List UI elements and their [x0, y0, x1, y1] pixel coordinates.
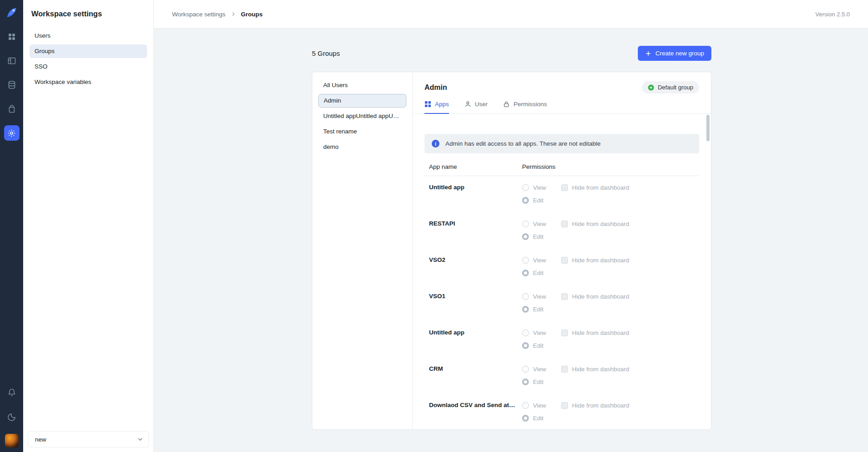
lock-icon	[503, 101, 510, 108]
group-list-item[interactable]: Untitled appUntitled appUntitle…	[318, 109, 406, 123]
badge-label: Default group	[658, 84, 693, 91]
notifications-bell-icon[interactable]	[4, 385, 20, 400]
hide-from-dashboard-checkbox: Hide from dashboard	[561, 365, 629, 373]
sidebar-item-groups[interactable]: Groups	[30, 44, 147, 58]
view-radio: View	[522, 365, 561, 373]
checkbox-control	[561, 366, 568, 373]
groups-card: All UsersAdminUntitled appUntitled appUn…	[312, 72, 711, 430]
group-detail-header: Admin Default group	[413, 72, 711, 93]
edit-radio: Edit	[522, 341, 561, 349]
settings-nav: UsersGroupsSSOWorkspace variables	[30, 29, 147, 89]
edit-radio-control	[522, 270, 529, 276]
checkbox-control	[561, 184, 568, 191]
tab-permissions[interactable]: Permissions	[503, 101, 547, 114]
page-header: 5 Groups Create new group	[312, 46, 711, 61]
tab-user[interactable]: User	[464, 101, 488, 114]
marketplace-icon[interactable]	[4, 101, 20, 117]
control-label: View	[533, 366, 546, 373]
sidebar-item-sso[interactable]: SSO	[30, 60, 147, 74]
view-radio: View	[522, 329, 561, 337]
app-permission-row: RESTAPIViewEditHide from dashboard	[424, 220, 699, 241]
control-label: View	[533, 329, 546, 336]
edit-radio-control	[522, 197, 529, 204]
edit-radio-control	[522, 233, 529, 240]
rail-bottom	[4, 385, 20, 452]
hide-from-dashboard-checkbox: Hide from dashboard	[561, 183, 629, 192]
control-label: Hide from dashboard	[572, 329, 629, 336]
apps-icon[interactable]	[4, 29, 20, 44]
control-label: Edit	[533, 415, 543, 422]
view-radio-control	[522, 257, 529, 264]
control-label: Edit	[533, 270, 543, 276]
group-list-item[interactable]: Admin	[318, 94, 406, 108]
control-label: View	[533, 293, 546, 300]
view-radio-control	[522, 366, 529, 373]
tab-apps[interactable]: Apps	[424, 101, 449, 114]
scrollbar-thumb[interactable]	[706, 115, 710, 141]
edit-radio-control	[522, 378, 529, 385]
app-permission-row: Downlaod CSV and Send attac…ViewEditHide…	[424, 401, 699, 422]
app-name: VSO2	[429, 256, 522, 277]
app-rows: Untitled appViewEditHide from dashboardR…	[424, 176, 699, 422]
tab-label: Permissions	[513, 101, 547, 108]
sidebar-title: Workspace settings	[23, 0, 153, 18]
group-list-item[interactable]: All Users	[318, 79, 406, 92]
view-radio: View	[522, 401, 561, 409]
control-label: Edit	[533, 233, 543, 240]
create-new-group-button[interactable]: Create new group	[638, 46, 711, 61]
edit-radio: Edit	[522, 305, 561, 313]
breadcrumb-root[interactable]: Workspace settings	[172, 11, 226, 18]
column-app-name: App name	[429, 163, 522, 170]
database-icon[interactable]	[4, 77, 20, 93]
control-label: Hide from dashboard	[572, 402, 629, 409]
table-header: App name Permissions	[424, 163, 699, 176]
control-label: Edit	[533, 306, 543, 313]
app-permission-row: VSO1ViewEditHide from dashboard	[424, 292, 699, 313]
app-name: RESTAPI	[429, 220, 522, 241]
user-icon	[464, 101, 471, 108]
checkbox-control	[561, 293, 568, 300]
app-permission-row: VSO2ViewEditHide from dashboard	[424, 256, 699, 277]
app-permission-row: Untitled appViewEditHide from dashboard	[424, 329, 699, 349]
hide-from-dashboard-checkbox: Hide from dashboard	[561, 292, 629, 300]
sidebar-item-workspace-variables[interactable]: Workspace variables	[30, 75, 147, 89]
control-label: Hide from dashboard	[572, 293, 629, 300]
editor-icon[interactable]	[4, 53, 20, 69]
sidebar-item-users[interactable]: Users	[30, 29, 147, 43]
green-plus-dot-icon	[648, 84, 654, 91]
default-group-badge: Default group	[642, 81, 699, 93]
hide-from-dashboard-checkbox: Hide from dashboard	[561, 329, 629, 337]
chevron-down-icon	[137, 436, 144, 443]
view-radio-control	[522, 221, 529, 227]
view-radio: View	[522, 256, 561, 264]
view-radio-control	[522, 402, 529, 409]
view-radio: View	[522, 220, 561, 228]
checkbox-control	[561, 402, 568, 409]
view-radio-control	[522, 184, 529, 191]
hide-from-dashboard-checkbox: Hide from dashboard	[561, 401, 629, 409]
app-name: CRM	[429, 365, 522, 386]
edit-radio: Edit	[522, 269, 561, 277]
settings-icon[interactable]	[4, 125, 20, 141]
hide-from-dashboard-checkbox: Hide from dashboard	[561, 220, 629, 228]
view-radio: View	[522, 183, 561, 192]
version-label: Version 2.5.0	[815, 11, 850, 18]
group-list-item[interactable]: demo	[318, 140, 406, 154]
checkbox-control	[561, 329, 568, 336]
workspace-switcher[interactable]: new	[28, 431, 149, 447]
tooljet-logo-icon[interactable]	[5, 6, 18, 19]
view-radio-control	[522, 293, 529, 300]
app-name: Untitled app	[429, 329, 522, 349]
info-icon	[432, 140, 439, 147]
view-radio-control	[522, 329, 529, 336]
group-list-item[interactable]: Test rename	[318, 125, 406, 138]
topbar: Workspace settings Groups Version 2.5.0	[154, 0, 868, 29]
app-name: Downlaod CSV and Send attac…	[429, 401, 522, 422]
plus-icon	[645, 50, 651, 57]
main-content: 5 Groups Create new group All UsersAdmin…	[154, 29, 868, 452]
user-avatar[interactable]	[5, 434, 19, 447]
dark-mode-moon-icon[interactable]	[4, 409, 20, 425]
edit-radio-control	[522, 415, 529, 422]
control-label: Hide from dashboard	[572, 257, 629, 264]
app-permission-row: CRMViewEditHide from dashboard	[424, 365, 699, 386]
